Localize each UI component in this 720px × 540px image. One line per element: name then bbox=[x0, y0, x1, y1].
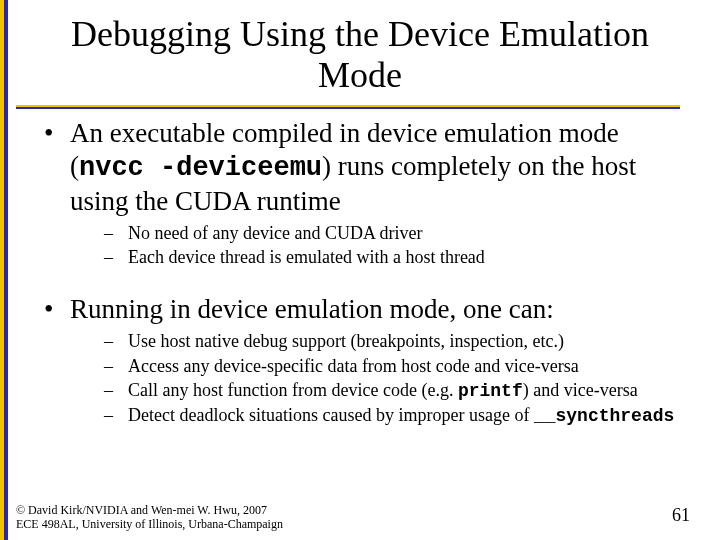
title-underline bbox=[16, 105, 680, 107]
bullet-1: An executable compiled in device emulati… bbox=[44, 117, 690, 270]
sub-2a: Use host native debug support (breakpoin… bbox=[104, 330, 690, 353]
sub-2d: Detect deadlock situations caused by imp… bbox=[104, 404, 690, 428]
slide-title: Debugging Using the Device Emulation Mod… bbox=[0, 0, 720, 99]
sub-2b: Access any device-specific data from hos… bbox=[104, 355, 690, 378]
sub-1a: No need of any device and CUDA driver bbox=[104, 222, 690, 245]
copyright-line1: © David Kirk/NVIDIA and Wen-mei W. Hwu, … bbox=[16, 504, 690, 518]
sub-2c: Call any host function from device code … bbox=[104, 379, 690, 403]
copyright-line2: ECE 498AL, University of Illinois, Urban… bbox=[16, 518, 690, 532]
left-accent-stripe bbox=[0, 0, 8, 540]
sub-1b: Each device thread is emulated with a ho… bbox=[104, 246, 690, 269]
page-number: 61 bbox=[672, 505, 690, 526]
slide-body: An executable compiled in device emulati… bbox=[0, 107, 720, 429]
bullet-2: Running in device emulation mode, one ca… bbox=[44, 293, 690, 429]
footer: © David Kirk/NVIDIA and Wen-mei W. Hwu, … bbox=[16, 504, 690, 532]
